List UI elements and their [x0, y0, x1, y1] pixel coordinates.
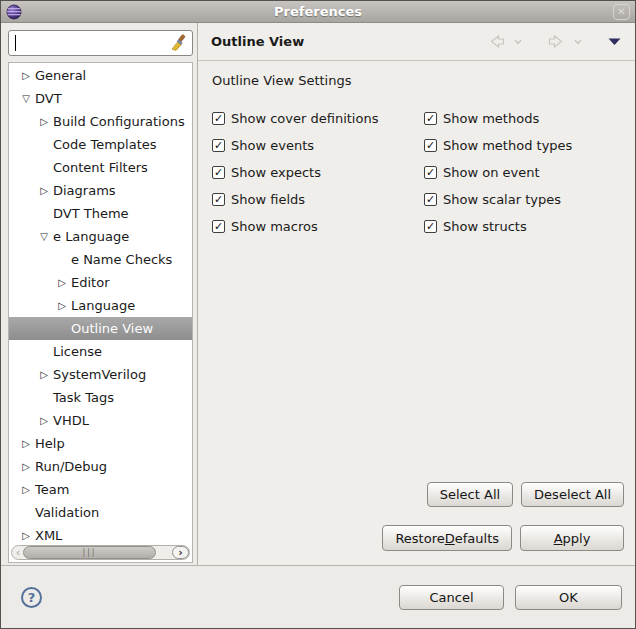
tree-item-e-name-checks[interactable]: e Name Checks — [9, 248, 192, 271]
tree-item-team[interactable]: ▷Team — [9, 478, 192, 501]
scrollbar-thumb[interactable]: ||| — [23, 546, 156, 559]
checkbox-show-cover-definitions[interactable]: ✓Show cover definitions — [212, 105, 424, 132]
expand-arrow-icon[interactable]: ▷ — [17, 455, 35, 478]
tree-item-label: Validation — [35, 505, 99, 520]
page-title: Outline View — [211, 34, 488, 49]
titlebar[interactable]: Preferences ✕ — [1, 1, 635, 23]
checkbox-box[interactable]: ✓ — [424, 139, 437, 152]
preferences-tree[interactable]: ▷General▽DVT▷Build ConfigurationsCode Te… — [8, 62, 193, 563]
tree-item-label: DVT — [35, 91, 62, 106]
tree-item-run-debug[interactable]: ▷Run/Debug — [9, 455, 192, 478]
dialog-footer: ? Cancel OK — [1, 565, 635, 628]
expand-arrow-icon[interactable]: ▷ — [35, 110, 53, 133]
expand-arrow-icon[interactable]: ▷ — [53, 294, 71, 317]
checkbox-show-expects[interactable]: ✓Show expects — [212, 159, 424, 186]
tree-item-help[interactable]: ▷Help — [9, 432, 192, 455]
tree-item-task-tags[interactable]: Task Tags — [9, 386, 192, 409]
horizontal-scrollbar[interactable]: ‹ ||| › — [11, 545, 190, 560]
tree-item-dvt[interactable]: ▽DVT — [9, 87, 192, 110]
checkbox-box[interactable]: ✓ — [212, 166, 225, 179]
tree-item-editor[interactable]: ▷Editor — [9, 271, 192, 294]
tree-item-license[interactable]: License — [9, 340, 192, 363]
tree-item-systemverilog[interactable]: ▷SystemVerilog — [9, 363, 192, 386]
deselect-all-button[interactable]: Deselect All — [521, 482, 624, 507]
checkbox-box[interactable]: ✓ — [424, 193, 437, 206]
expand-arrow-icon[interactable]: ▷ — [17, 524, 35, 547]
checkbox-label: Show macros — [231, 219, 318, 234]
expand-arrow-icon[interactable]: ▷ — [35, 363, 53, 386]
tree-item-code-templates[interactable]: Code Templates — [9, 133, 192, 156]
tree-item-dvt-theme[interactable]: DVT Theme — [9, 202, 192, 225]
tree-item-vhdl[interactable]: ▷VHDL — [9, 409, 192, 432]
text-caret — [15, 35, 16, 51]
scroll-right-icon[interactable]: › — [172, 546, 189, 559]
checkbox-grid: ✓Show cover definitions✓Show events✓Show… — [212, 105, 624, 240]
close-icon[interactable]: ✕ — [613, 4, 630, 20]
expand-arrow-icon[interactable]: ▷ — [17, 432, 35, 455]
expand-arrow-icon[interactable]: ▷ — [53, 271, 71, 294]
page-header: Outline View — [198, 23, 635, 61]
tree-item-outline-view[interactable]: Outline View — [9, 317, 192, 340]
tree-item-e-language[interactable]: ▽e Language — [9, 225, 192, 248]
tree-item-label: General — [35, 68, 86, 83]
checkbox-box[interactable]: ✓ — [424, 166, 437, 179]
tree-item-label: Help — [35, 436, 65, 451]
restore-defaults-button[interactable]: Restore Defaults — [382, 525, 512, 551]
tree-item-diagrams[interactable]: ▷Diagrams — [9, 179, 192, 202]
tree-item-label: Run/Debug — [35, 459, 107, 474]
tree-item-build-configurations[interactable]: ▷Build Configurations — [9, 110, 192, 133]
selection-actions: Select All Deselect All — [212, 482, 624, 507]
collapse-arrow-icon[interactable]: ▽ — [35, 225, 53, 248]
back-icon[interactable] — [488, 35, 505, 48]
tree-item-label: Diagrams — [53, 183, 116, 198]
expand-arrow-icon[interactable]: ▷ — [17, 64, 35, 87]
cancel-button[interactable]: Cancel — [399, 585, 504, 610]
tree-item-label: SystemVerilog — [53, 367, 146, 382]
page-body: Outline View Settings ✓Show cover defini… — [198, 61, 635, 565]
checkbox-show-method-types[interactable]: ✓Show method types — [424, 132, 572, 159]
checkbox-box[interactable]: ✓ — [212, 112, 225, 125]
ok-button[interactable]: OK — [515, 585, 622, 610]
expand-arrow-icon[interactable]: ▷ — [17, 478, 35, 501]
header-nav — [488, 35, 621, 48]
tree-item-general[interactable]: ▷General — [9, 64, 192, 87]
tree-item-label: Task Tags — [53, 390, 114, 405]
help-icon[interactable]: ? — [21, 587, 42, 608]
checkbox-show-structs[interactable]: ✓Show structs — [424, 213, 572, 240]
tree-item-label: XML — [35, 528, 62, 543]
checkbox-label: Show on event — [443, 165, 540, 180]
expand-arrow-icon[interactable]: ▷ — [35, 409, 53, 432]
collapse-header-icon[interactable] — [608, 38, 621, 46]
checkbox-box[interactable]: ✓ — [424, 220, 437, 233]
checkbox-box[interactable]: ✓ — [424, 112, 437, 125]
checkbox-show-macros[interactable]: ✓Show macros — [212, 213, 424, 240]
tree-item-language[interactable]: ▷Language — [9, 294, 192, 317]
expand-arrow-icon[interactable]: ▷ — [35, 179, 53, 202]
checkbox-show-scalar-types[interactable]: ✓Show scalar types — [424, 186, 572, 213]
apply-button[interactable]: Apply — [520, 525, 624, 551]
forward-icon[interactable] — [548, 35, 565, 48]
scrollbar-grip: ||| — [82, 549, 96, 557]
checkbox-show-on-event[interactable]: ✓Show on event — [424, 159, 572, 186]
forward-history-chevron-icon[interactable] — [574, 39, 582, 45]
tree-item-xml[interactable]: ▷XML — [9, 524, 192, 547]
select-all-button[interactable]: Select All — [427, 482, 513, 507]
checkbox-box[interactable]: ✓ — [212, 220, 225, 233]
back-history-chevron-icon[interactable] — [514, 39, 522, 45]
tree-item-label: VHDL — [53, 413, 89, 428]
sidebar: ▷General▽DVT▷Build ConfigurationsCode Te… — [1, 23, 198, 565]
checkbox-label: Show cover definitions — [231, 111, 378, 126]
checkbox-label: Show events — [231, 138, 314, 153]
scroll-left-icon[interactable]: ‹ — [16, 546, 20, 559]
checkbox-show-fields[interactable]: ✓Show fields — [212, 186, 424, 213]
tree-item-validation[interactable]: Validation — [9, 501, 192, 524]
filter-input[interactable] — [8, 30, 193, 56]
collapse-arrow-icon[interactable]: ▽ — [17, 87, 35, 110]
checkbox-label: Show scalar types — [443, 192, 561, 207]
checkbox-show-events[interactable]: ✓Show events — [212, 132, 424, 159]
checkbox-show-methods[interactable]: ✓Show methods — [424, 105, 572, 132]
checkbox-box[interactable]: ✓ — [212, 193, 225, 206]
tree-item-content-filters[interactable]: Content Filters — [9, 156, 192, 179]
tree-item-label: e Name Checks — [71, 252, 172, 267]
checkbox-box[interactable]: ✓ — [212, 139, 225, 152]
